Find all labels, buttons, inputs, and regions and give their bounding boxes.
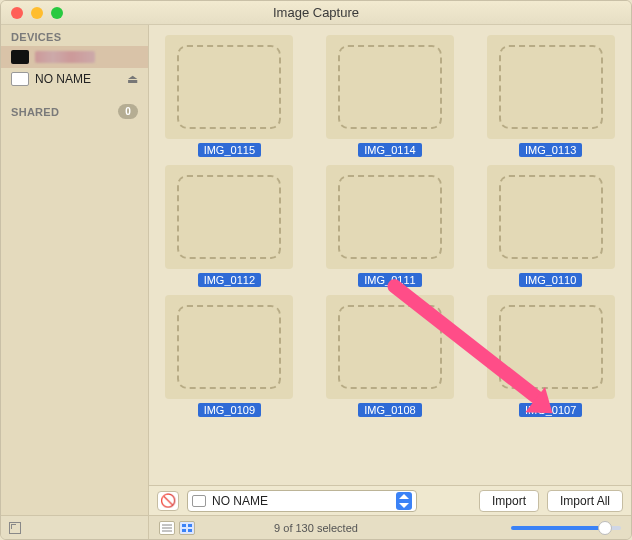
image-thumbnail: [165, 35, 293, 139]
image-filename: IMG_0109: [198, 403, 261, 417]
import-button[interactable]: Import: [479, 490, 539, 512]
svg-rect-6: [188, 529, 192, 532]
image-cell[interactable]: IMG_0107: [476, 295, 625, 417]
image-thumbnail: [165, 295, 293, 399]
image-thumbnail: [487, 165, 615, 269]
list-view-button[interactable]: [159, 521, 175, 535]
image-cell[interactable]: IMG_0113: [476, 35, 625, 157]
phone-icon: [11, 50, 29, 64]
image-thumbnail: [326, 295, 454, 399]
grid-view-button[interactable]: [179, 521, 195, 535]
image-thumbnail: [487, 295, 615, 399]
image-cell[interactable]: IMG_0111: [316, 165, 465, 287]
import-toolbar: 🚫 NO NAME Import Import All: [149, 485, 631, 515]
sidebar-item-no-name[interactable]: NO NAME ⏏: [1, 68, 148, 90]
image-thumbnail: [487, 35, 615, 139]
svg-rect-4: [188, 524, 192, 527]
import-all-button[interactable]: Import All: [547, 490, 623, 512]
destination-select[interactable]: NO NAME: [187, 490, 417, 512]
image-filename: IMG_0110: [519, 273, 582, 287]
image-filename: IMG_0113: [519, 143, 582, 157]
main-panel: IMG_0115IMG_0114IMG_0113IMG_0112IMG_0111…: [149, 25, 631, 515]
sidebar: DEVICES NO NAME ⏏ SHARED 0: [1, 25, 149, 515]
image-filename: IMG_0115: [198, 143, 261, 157]
image-filename: IMG_0112: [198, 273, 261, 287]
sidebar-section-devices: DEVICES: [1, 25, 148, 46]
image-cell[interactable]: IMG_0112: [155, 165, 304, 287]
svg-rect-5: [182, 529, 186, 532]
destination-label: NO NAME: [212, 494, 268, 508]
status-bar: 9 of 130 selected: [1, 515, 631, 539]
titlebar: Image Capture: [1, 1, 631, 25]
sidebar-item-label: NO NAME: [35, 72, 91, 86]
dropdown-stepper-icon: [396, 492, 412, 510]
slider-knob[interactable]: [598, 521, 612, 535]
image-thumbnail: [165, 165, 293, 269]
image-cell[interactable]: IMG_0109: [155, 295, 304, 417]
image-filename: IMG_0108: [358, 403, 421, 417]
window-title: Image Capture: [1, 5, 631, 20]
disk-icon: [192, 495, 206, 507]
image-cell[interactable]: IMG_0110: [476, 165, 625, 287]
delete-after-import-toggle[interactable]: 🚫: [157, 491, 179, 511]
eject-icon[interactable]: ⏏: [127, 72, 138, 86]
expand-sidebar-icon[interactable]: [9, 522, 21, 534]
device-name-redacted: [35, 51, 95, 63]
image-thumbnail: [326, 165, 454, 269]
sidebar-section-shared: SHARED 0: [1, 98, 148, 122]
sidebar-item-phone[interactable]: [1, 46, 148, 68]
thumbnail-size-slider[interactable]: [511, 526, 621, 530]
image-filename: IMG_0114: [358, 143, 421, 157]
image-grid-scroll[interactable]: IMG_0115IMG_0114IMG_0113IMG_0112IMG_0111…: [149, 25, 631, 485]
app-window: Image Capture DEVICES NO NAME ⏏ SHARED 0…: [0, 0, 632, 540]
image-filename: IMG_0111: [358, 273, 421, 287]
image-filename: IMG_0107: [519, 403, 582, 417]
image-cell[interactable]: IMG_0108: [316, 295, 465, 417]
image-cell[interactable]: IMG_0115: [155, 35, 304, 157]
shared-count-badge: 0: [118, 104, 138, 119]
image-thumbnail: [326, 35, 454, 139]
image-cell[interactable]: IMG_0114: [316, 35, 465, 157]
disk-icon: [11, 72, 29, 86]
svg-rect-3: [182, 524, 186, 527]
